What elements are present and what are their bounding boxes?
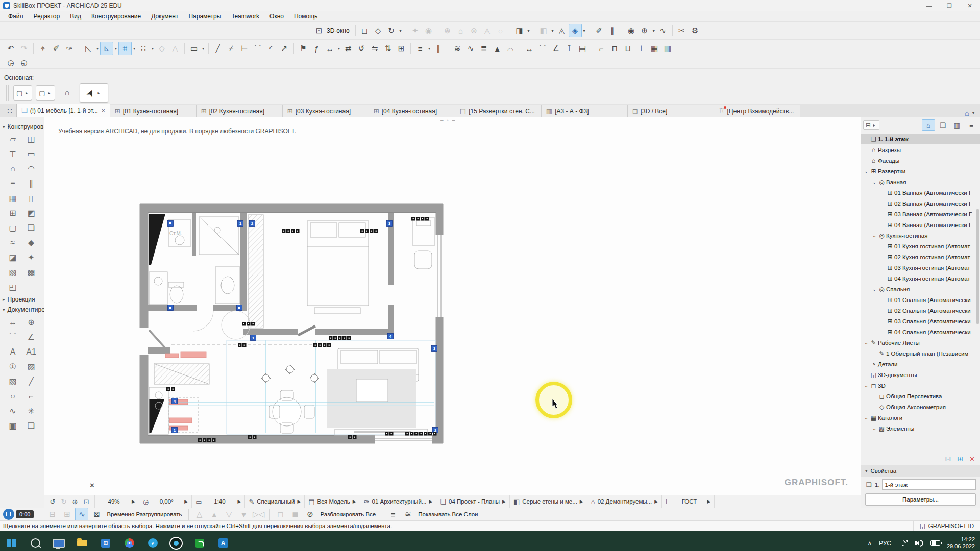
clock[interactable]: 14:2229.06.2022 [944,536,980,550]
perspective-icon[interactable]: ◻ [358,24,372,37]
paint-icon[interactable]: ✐ [593,24,606,37]
tree-scrollbar[interactable] [976,209,979,324]
coordinate-input-icon[interactable]: ⌗ [118,42,132,55]
toolbox-section-collapsed[interactable]: ▸Проекция [0,294,44,305]
radial-dimension-tool[interactable]: ⌒ [4,330,22,344]
menu-конструирование[interactable]: Конструирование [86,12,146,21]
taskbar-app-green[interactable] [188,531,211,551]
flyout-arrow-icon[interactable]: ▶ [654,499,658,504]
pen-combination-control[interactable]: ✑01 Архитектурный...▶ [360,495,437,508]
inject-parameters-icon[interactable]: ✐ [50,42,63,55]
sun-path-icon[interactable]: ∿ [656,24,670,37]
flyout-arrow-icon[interactable]: ▶ [353,499,356,504]
pick-parameters-icon[interactable]: ⌖ [36,42,50,55]
hotspot-tool[interactable]: ✳ [22,404,40,418]
angle-dim-icon[interactable]: ∠ [549,42,562,55]
flyout-arrow-icon[interactable]: ▶ [502,499,506,504]
mirror-icon[interactable]: ⇋ [368,42,381,55]
optimal-zoom-icon[interactable]: ⊡ [81,496,91,507]
chevron-down-icon[interactable]: ⌄ [863,383,869,388]
drawing-tool[interactable]: ❏ [22,418,40,433]
align-view-icon[interactable]: ∥ [606,24,619,37]
dropdown-arrow-icon[interactable]: ▾ [427,46,432,51]
curtain-wall-tool[interactable]: ▦ [4,191,22,206]
chevron-down-icon[interactable]: ⌄ [863,169,869,174]
tray-expand-icon[interactable]: ∧ [864,531,875,551]
align-icon[interactable]: ≡ [413,42,427,55]
tree-item[interactable]: ⊞01 Ванная (Автоматически Г [861,187,980,198]
3d-style-icon[interactable]: ◈ [569,24,582,37]
transfer-settings-icon[interactable]: ✑ [63,42,76,55]
elevation-dim-icon[interactable]: ⊺ [562,42,576,55]
close-panel-icon[interactable]: ✕ [969,455,975,463]
volume-icon[interactable] [911,531,927,551]
fill-style-icon[interactable]: ≋ [451,42,464,55]
tab-6[interactable]: ▤[15 Развертки стен. С... [455,105,542,117]
add-view-icon[interactable]: ⊕ [638,24,651,37]
level-marker[interactable] [310,373,319,383]
taskbar-app-archicad[interactable]: A [211,531,235,551]
menu-teamwork[interactable]: Teamwork [226,12,264,21]
orbit-icon[interactable]: ↻ [385,24,398,37]
furniture-tool[interactable]: ◪ [4,250,22,265]
distribute-icon[interactable]: ∥ [432,42,445,55]
tree-item[interactable]: ⊞03 Спальня (Автоматически [861,316,980,327]
polyline-tool[interactable]: ⌐ [22,389,40,404]
graphisoft-id-button[interactable]: ◱ GRAPHISOFT ID [913,521,980,531]
menu-помощь[interactable]: Помощь [289,12,323,21]
rotate-icon[interactable]: ↺ [355,42,368,55]
tree-item[interactable]: ◔Детали [861,359,980,369]
new-viewpoint-icon[interactable]: ⊞ [957,455,963,463]
camera-marker-cluster[interactable] [282,229,300,233]
tree-item[interactable]: ◻Общая Перспектива [861,391,980,402]
dimension-icon[interactable]: ↔ [523,42,536,55]
linear-dimension-tool[interactable]: ↔ [4,315,22,330]
chevron-down-icon[interactable]: ⌄ [871,233,877,238]
unlock-all-icon[interactable]: ⊘ [304,508,317,520]
tree-item[interactable]: ⊞02 Ванная (Автоматически Г [861,198,980,209]
camera-marker-cluster[interactable] [313,343,331,347]
chevron-down-icon[interactable]: ⌄ [871,287,877,292]
object-tool[interactable]: ❏ [22,220,40,235]
battery-icon[interactable] [927,531,944,551]
tab-9[interactable]: ♖[Центр Взаимодейств... [714,105,800,117]
camera-marker-cluster[interactable] [166,387,175,391]
dropdown-arrow-icon[interactable]: ▾ [398,29,403,33]
taskbar-app-chrome[interactable] [117,531,141,551]
dropdown-arrow-icon[interactable]: ▾ [582,29,587,33]
toolbox-section-expanded[interactable]: ▾Конструиров [0,121,44,132]
drawing-canvas[interactable]: Учебная версия ARCHICAD, не для продажи.… [44,117,861,495]
taskbar-app-telegram[interactable]: ➤ [141,531,164,551]
tree-item[interactable]: ⌄✎Рабочие Листы [861,337,980,348]
adjust-icon[interactable]: ⊢ [238,42,251,55]
elevation-marker[interactable] [237,305,242,311]
flyout-arrow-icon[interactable]: ▶ [429,499,432,504]
move-icon[interactable]: ⇄ [341,42,355,55]
worksheet-icon[interactable]: ⊥ [634,42,648,55]
settings-icon[interactable]: ⚙ [689,24,702,37]
parameters-button[interactable]: Параметры... [865,493,976,506]
zone-tool[interactable]: ◰ [4,280,22,294]
3d-window-icon[interactable]: ⊡ [312,24,326,37]
project-map-icon[interactable]: ⌂ [922,119,935,131]
taskbar-app-store[interactable]: ⊞ [94,531,117,551]
resize-icon[interactable]: ↗ [278,42,291,55]
tab-1[interactable]: ❏(!) 01 мебель [1. 1-й эт...× [16,104,110,117]
dropdown-arrow-icon[interactable]: ▾ [201,46,206,51]
tab-7[interactable]: ▥[А3 - А - Ф3] [542,105,628,117]
layer-combination-control[interactable]: ❏04 Проект - Планы▶ [436,495,510,508]
model-home-icon[interactable]: ⌂ [965,109,969,117]
menu-документ[interactable]: Документ [146,12,183,21]
elevation-marker[interactable] [168,221,174,227]
language-indicator[interactable]: РУС [875,531,895,551]
menu-окно[interactable]: Окно [264,12,289,21]
layer-settings-icon[interactable]: ≡ [386,508,400,520]
3d-window-label[interactable]: 3D-окно [326,27,353,34]
snap-guides-icon[interactable]: ⊾ [100,42,113,55]
flyout-arrow-icon[interactable]: ▶ [184,499,188,504]
taskbar-app-monitor[interactable] [47,531,70,551]
schedule-icon[interactable]: ▥ [661,42,674,55]
wall-tool[interactable]: ▱ [4,132,22,146]
elevation-marker[interactable]: 2 [250,221,255,227]
zoom-back-icon[interactable]: ↺ [47,496,58,507]
